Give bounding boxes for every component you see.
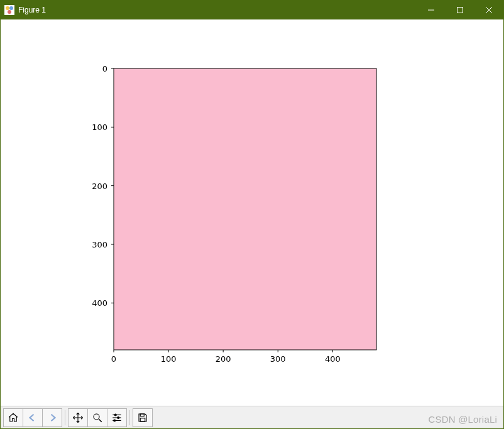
svg-rect-27: [140, 418, 145, 421]
svg-point-0: [6, 6, 9, 10]
x-tick-label: 200: [216, 354, 231, 364]
svg-rect-26: [140, 414, 144, 416]
window-minimize-button[interactable]: [417, 1, 446, 19]
window-titlebar: Figure 1: [1, 1, 503, 19]
configure-subplots-button[interactable]: [107, 408, 127, 427]
window-maximize-button[interactable]: [446, 1, 474, 19]
svg-line-19: [99, 419, 102, 422]
back-button[interactable]: [23, 408, 43, 427]
toolbar-separator: [65, 410, 65, 425]
home-icon: [8, 412, 19, 423]
plot-svg: 0 100 200 300 400 0 100 200 300: [1, 19, 503, 406]
home-button[interactable]: [3, 408, 23, 427]
watermark-text: CSDN @LoriaLi: [428, 414, 497, 425]
svg-point-2: [8, 10, 11, 14]
app-icon: [4, 5, 14, 15]
magnify-icon: [92, 412, 103, 423]
x-tick-label: 300: [270, 354, 286, 364]
y-tick-label: 300: [92, 240, 107, 249]
zoom-button[interactable]: [87, 408, 107, 427]
forward-button[interactable]: [42, 408, 62, 427]
arrow-left-icon: [27, 412, 38, 423]
svg-point-1: [9, 6, 13, 10]
axes: 0 100 200 300 400 0 100 200 300: [92, 64, 376, 364]
sliders-icon: [111, 412, 123, 423]
move-icon: [72, 412, 84, 423]
y-tick-label: 400: [92, 298, 107, 308]
window-close-button[interactable]: [474, 1, 503, 19]
arrow-right-icon: [47, 412, 58, 423]
save-icon: [137, 412, 148, 423]
save-button[interactable]: [133, 408, 153, 427]
svg-rect-4: [457, 8, 463, 13]
window-title: Figure 1: [18, 6, 46, 14]
x-tick-label: 100: [161, 354, 177, 364]
svg-point-18: [94, 414, 99, 420]
pan-button[interactable]: [68, 408, 88, 427]
plot-area: [114, 68, 376, 350]
toolbar-separator: [129, 410, 130, 425]
matplotlib-toolbar: CSDN @LoriaLi: [1, 406, 503, 428]
x-tick-label: 0: [111, 354, 116, 364]
y-tick-label: 100: [92, 122, 107, 132]
figure-canvas[interactable]: 0 100 200 300 400 0 100 200 300: [1, 19, 503, 406]
y-tick-label: 200: [92, 182, 107, 191]
x-tick-label: 400: [325, 354, 341, 364]
svg-point-23: [118, 416, 119, 418]
svg-point-21: [114, 414, 116, 416]
svg-point-25: [114, 420, 116, 421]
y-tick-label: 0: [102, 64, 107, 73]
